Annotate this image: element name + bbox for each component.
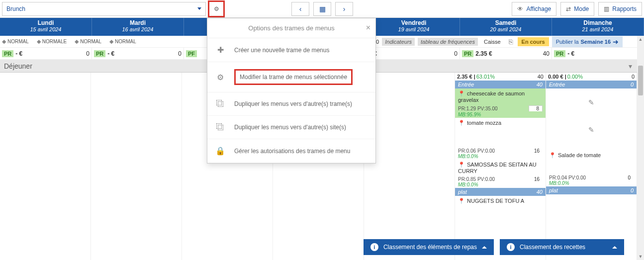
vertical-scrollbar[interactable]: ▲ ▼ bbox=[637, 36, 644, 260]
sun-topstat: 0.00 € |0.00%0 bbox=[546, 73, 637, 81]
topbar: Brunch ⚙ ‹ ▦ › 👁Affichage ⇄Mode ▥Rapport… bbox=[0, 0, 644, 18]
mode-label: Mode bbox=[574, 5, 589, 12]
dish-samossas[interactable]: 📍SAMOSSAS DE SEITAN AU CURRY bbox=[455, 160, 546, 176]
normal-item: ◆NORMAL bbox=[2, 38, 29, 45]
menu-item-auth[interactable]: 🔒Gérer les autorisations des trames de m… bbox=[207, 139, 375, 163]
affichage-button[interactable]: 👁Affichage bbox=[512, 2, 556, 16]
normal-item: ◆NORMAL bbox=[75, 38, 101, 45]
dish-tomate-mb: MB:0.0% bbox=[455, 153, 546, 160]
day-header-sun: Dimanche21 avril 2024 bbox=[552, 18, 644, 36]
day-header-fri: Vendredi19 avril 2024 bbox=[368, 18, 460, 36]
sat-entree-header: Entrée40 bbox=[455, 81, 546, 88]
mode-button[interactable]: ⇄Mode bbox=[560, 2, 594, 16]
trame-dropdown[interactable]: Brunch bbox=[2, 2, 206, 16]
date-nav: ‹ ▦ › bbox=[289, 2, 355, 16]
gear-icon: ⚙ bbox=[214, 5, 219, 12]
pencil-icon[interactable]: ✎ bbox=[588, 126, 594, 134]
trame-dropdown-label: Brunch bbox=[6, 5, 25, 12]
col-fri bbox=[364, 73, 455, 260]
arrow-right-icon: ➜ bbox=[613, 38, 619, 46]
bottom-bars: iClassement des éléments de repas iClass… bbox=[364, 239, 624, 255]
rapports-button[interactable]: ▥Rapports bbox=[598, 2, 642, 16]
user-icon: ◆ bbox=[2, 38, 6, 45]
day-header-sat: Samedi20 avril 2024 bbox=[460, 18, 552, 36]
close-icon[interactable]: × bbox=[366, 23, 370, 32]
publier-button[interactable]: Publier la Semaine 16 ➜ bbox=[552, 36, 623, 47]
pr-cell-fri: - €0 bbox=[368, 48, 460, 59]
col-tue bbox=[91, 73, 182, 260]
sat-topstat: 2.35 € |63.01%40 bbox=[455, 73, 546, 81]
normal-item: ◆NORMAL bbox=[109, 38, 136, 45]
caret-up-icon bbox=[612, 246, 617, 249]
col-sat: 2.35 € |63.01%40 Entrée40 📍cheesecake de… bbox=[455, 73, 546, 260]
rapports-label: Rapports bbox=[612, 5, 637, 12]
dropdown-header: Options des trames de menus × bbox=[207, 18, 375, 38]
caisse-label: Caisse bbox=[481, 38, 504, 46]
day-header-tue: Mardi16 avril 2024 bbox=[92, 18, 184, 36]
export-icon[interactable]: ⎘ bbox=[507, 38, 515, 46]
calendar-icon: ▦ bbox=[319, 5, 326, 13]
pr-cell-sun: PR- €0 bbox=[552, 48, 644, 59]
sliders-icon: ⇄ bbox=[566, 5, 571, 12]
status-encours: En cours bbox=[518, 37, 549, 46]
dish-tomate-mozza[interactable]: 📍tomate mozza bbox=[455, 118, 546, 148]
droplet-icon: ◆ bbox=[37, 38, 41, 45]
caret-down-icon: ▾ bbox=[629, 62, 632, 70]
chevron-right-icon: › bbox=[343, 5, 346, 13]
dropdown-title: Options des trames de menus bbox=[248, 24, 334, 32]
dish-samossas-mb: MB:0.0% bbox=[455, 181, 546, 188]
calendar-button[interactable]: ▦ bbox=[313, 2, 331, 16]
dish-nuggets[interactable]: 📍NUGGETS DE TOFU A bbox=[455, 196, 546, 206]
lock-icon: 🔒 bbox=[215, 146, 225, 156]
copy-site-icon: ⿻ bbox=[215, 123, 225, 132]
plus-icon: ✚ bbox=[215, 45, 225, 55]
dish-salade[interactable]: 📍Salade de tomate bbox=[546, 150, 637, 161]
gear-icon: ⚙ bbox=[215, 73, 225, 82]
caret-down-icon bbox=[197, 7, 201, 10]
flag-icon: ◆ bbox=[109, 38, 113, 45]
affichage-label: Affichage bbox=[526, 5, 551, 12]
caret-up-icon bbox=[482, 246, 487, 249]
menu-item-dup-site[interactable]: ⿻Dupliquer les menus vers d'autre(s) sit… bbox=[207, 116, 375, 139]
pr-cell-tue: PR- €0 bbox=[92, 48, 184, 59]
dish-empty-2[interactable]: ✎ bbox=[546, 116, 637, 143]
dejeuner-label: Déjeuner bbox=[4, 62, 32, 70]
pr-cell-sat: PR2.35 €40 bbox=[460, 48, 552, 59]
eye-icon: 👁 bbox=[517, 5, 523, 12]
pin-icon: 📍 bbox=[549, 152, 556, 158]
dish-cheesecake-mb: MB:95.9% bbox=[455, 111, 546, 118]
pin-icon: 📍 bbox=[458, 162, 465, 168]
options-dropdown-panel: Options des trames de menus × ✚Créer une… bbox=[207, 18, 376, 164]
pencil-icon[interactable]: ✎ bbox=[588, 98, 594, 106]
day-header-mon: Lundi15 avril 2024 bbox=[0, 18, 92, 36]
sat-plat-header: plat40 bbox=[455, 188, 546, 196]
normal-item: ◆NORMALE bbox=[37, 38, 67, 45]
gear-button-highlighted[interactable]: ⚙ bbox=[208, 0, 225, 17]
next-button[interactable]: › bbox=[335, 2, 353, 16]
indicateurs-tag[interactable]: Indicateurs bbox=[382, 38, 415, 46]
scroll-up-icon[interactable]: ▲ bbox=[637, 36, 644, 43]
sun-entree-header: Entrée0 bbox=[546, 81, 637, 88]
menu-item-dup-trame[interactable]: ⿻Dupliquer les menus vers d'autre(s) tra… bbox=[207, 92, 375, 116]
classement-recettes-bar[interactable]: iClassement des recettes bbox=[500, 239, 624, 255]
tableau-tag[interactable]: tableau de fréquences bbox=[418, 38, 478, 46]
chevron-left-icon: ‹ bbox=[299, 5, 302, 13]
menu-item-modify[interactable]: ⚙Modifier la trame de menus sélectionnée bbox=[207, 62, 375, 92]
scroll-thumb[interactable] bbox=[638, 66, 643, 95]
pr-cell-mon: PR- €0 bbox=[0, 48, 92, 59]
dish-cheesecake[interactable]: 📍cheesecake de saumon gravelax bbox=[455, 88, 546, 105]
prev-button[interactable]: ‹ bbox=[291, 2, 309, 16]
pin-icon: 📍 bbox=[458, 120, 465, 126]
info-icon: i bbox=[370, 243, 378, 251]
pin-icon: 📍 bbox=[458, 198, 465, 204]
col-mon bbox=[0, 73, 91, 260]
dish-empty-1[interactable]: ✎ bbox=[546, 88, 637, 116]
pin-icon: 📍 bbox=[458, 90, 465, 96]
classement-repas-bar[interactable]: iClassement des éléments de repas bbox=[364, 239, 494, 255]
col-sun: 0.00 € |0.00%0 Entrée0 ✎ ✎ 📍Salade de to… bbox=[546, 73, 637, 260]
scroll-down-icon[interactable]: ▼ bbox=[637, 253, 644, 260]
tool-row: 40 Indicateurs tableau de fréquences Cai… bbox=[373, 36, 636, 48]
menu-item-create[interactable]: ✚Créer une nouvelle trame de menus bbox=[207, 38, 375, 62]
info-icon: i bbox=[507, 243, 515, 251]
dish-salade-mb: MB:0.0% bbox=[546, 180, 637, 186]
